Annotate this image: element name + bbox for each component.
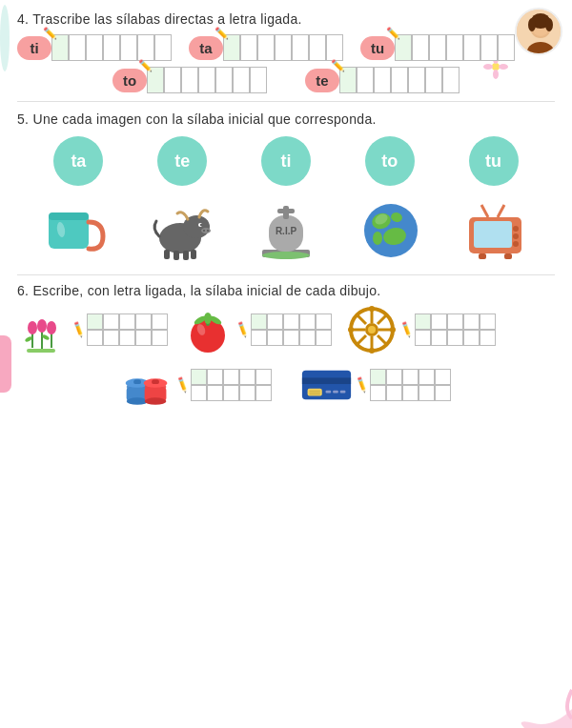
tu-grid (395, 34, 515, 61)
grid-cell (215, 67, 233, 93)
svg-point-32 (262, 252, 310, 259)
section4-title: 4. Trascribe las sílabas directas a letr… (17, 11, 555, 27)
svg-line-42 (498, 205, 504, 217)
svg-text:R.I.P: R.I.P (276, 226, 297, 236)
grid-cell (86, 34, 103, 61)
grid-cell (292, 34, 309, 61)
svg-rect-30 (277, 209, 295, 213)
tulips-icon (17, 306, 70, 354)
grid-cell (181, 67, 198, 93)
grid-cell (164, 67, 181, 93)
syllable-te-label: te (316, 72, 328, 89)
svg-point-11 (528, 18, 536, 31)
grid-cell (120, 34, 137, 61)
grid-cell (326, 34, 343, 61)
grid-cell (391, 67, 408, 93)
svg-point-77 (390, 327, 396, 333)
to-grid (147, 67, 267, 93)
grid-cell (408, 67, 425, 93)
section4-row2: to ✏️ te ✏️ (17, 67, 555, 93)
bubble-to: to (365, 136, 415, 186)
svg-rect-87 (152, 379, 159, 384)
pencil-ti-icon: ✏️ (43, 27, 57, 40)
section6-row2: ✏️ (17, 361, 555, 409)
svg-line-70 (357, 314, 366, 324)
svg-rect-94 (326, 391, 332, 394)
svg-rect-91 (309, 391, 319, 392)
tomato-item: ✏️ (181, 306, 332, 354)
te-grid (339, 67, 460, 93)
wheel-icon (345, 306, 398, 354)
tulips-item: ✏️ (17, 306, 168, 354)
pencil-ta-icon: ✏️ (214, 27, 229, 40)
grid-cell (233, 67, 250, 93)
svg-rect-46 (479, 253, 486, 259)
svg-point-21 (203, 230, 205, 232)
svg-point-74 (369, 306, 375, 312)
grid-cell (309, 34, 326, 61)
syllable-tu-label: tu (371, 40, 384, 56)
svg-point-22 (207, 230, 209, 232)
svg-point-44 (513, 233, 519, 239)
pencil-to-icon: ✏️ (138, 59, 153, 72)
svg-point-45 (513, 241, 519, 247)
grid-cell (425, 67, 442, 93)
svg-point-65 (368, 326, 376, 334)
syllable-to: to ✏️ (112, 67, 267, 93)
svg-rect-56 (27, 349, 55, 353)
svg-rect-24 (174, 251, 179, 260)
svg-point-12 (545, 18, 553, 31)
grid-cell (198, 67, 215, 93)
pencil-te-icon: ✏️ (331, 59, 345, 72)
svg-point-19 (200, 224, 202, 226)
wheel-item: ✏️ (345, 306, 496, 354)
grid-cell (442, 67, 460, 93)
grid-cell (357, 67, 374, 93)
syllable-ta: ta ✏️ (189, 34, 343, 61)
tulips-grid: ✏️ (72, 313, 168, 346)
bull-image (142, 195, 218, 267)
card-grid: ✏️ (355, 369, 451, 401)
tombstone-image: R.I.P (248, 195, 324, 267)
syllable-ta-label: ta (199, 40, 212, 56)
section6-row1: ✏️ (17, 306, 555, 354)
syllable-tu: tu ✏️ (360, 34, 515, 61)
bubble-ti: ti (261, 136, 311, 186)
syllable-ti: ti ✏️ (17, 34, 172, 61)
svg-point-84 (145, 397, 167, 405)
grid-cell (429, 34, 446, 61)
ti-grid (51, 34, 172, 61)
grid-cell (257, 34, 275, 61)
svg-rect-14 (49, 212, 89, 220)
svg-rect-96 (340, 391, 346, 394)
grid-cell (412, 34, 429, 61)
svg-rect-23 (164, 250, 170, 259)
svg-rect-93 (309, 394, 319, 394)
ta-grid (223, 34, 343, 61)
svg-point-53 (28, 321, 37, 334)
grid-cell (463, 34, 480, 61)
section5-title: 5. Une cada imagen con la sílaba inicial… (17, 111, 555, 127)
paint-grid: ✏️ (175, 369, 272, 401)
syllable-ti-label: ti (30, 40, 38, 56)
bubble-ta: ta (53, 136, 103, 186)
svg-line-41 (481, 205, 488, 217)
earth-image (354, 195, 430, 267)
svg-rect-26 (191, 250, 196, 259)
section-divider-2 (17, 274, 555, 275)
syllable-to-label: to (123, 72, 136, 89)
grid-cell (275, 34, 292, 61)
grid-cell (446, 34, 463, 61)
syllable-bubbles-row: ta te ti to tu (17, 136, 555, 186)
bubble-te: te (157, 136, 207, 186)
card-item: ✏️ (300, 361, 451, 409)
svg-rect-47 (504, 253, 512, 259)
svg-point-54 (37, 319, 47, 333)
svg-point-61 (204, 313, 212, 324)
svg-rect-89 (302, 377, 351, 384)
grid-cell (103, 34, 120, 61)
svg-point-55 (47, 321, 56, 334)
svg-rect-25 (183, 251, 189, 260)
wheel-grid: ✏️ (399, 313, 496, 346)
svg-point-75 (369, 348, 375, 354)
